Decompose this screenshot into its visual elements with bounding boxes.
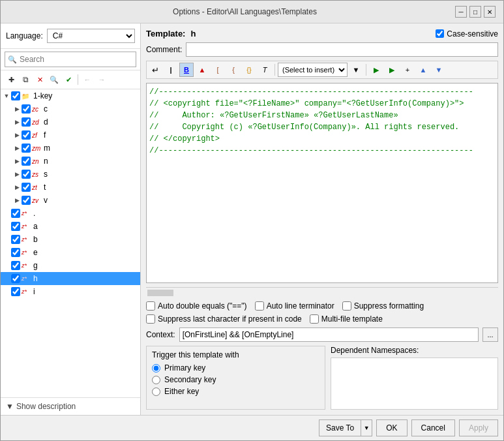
expand-icon-f[interactable]: ▶ <box>12 132 22 138</box>
bold-button[interactable]: B <box>179 63 194 77</box>
expand-icon-1key[interactable]: ▼ <box>2 93 11 99</box>
language-select[interactable]: C# <box>47 29 135 43</box>
primary-key-radio[interactable] <box>152 364 160 373</box>
restore-button[interactable]: □ <box>469 6 481 18</box>
tree-item-b[interactable]: z* b <box>1 233 140 246</box>
case-sensitive-checkbox[interactable] <box>436 29 444 38</box>
arrow-up2-button[interactable]: ▲ <box>416 63 430 77</box>
tree-item-1key[interactable]: ▼ 📁 1-key <box>1 89 140 102</box>
close-button[interactable]: ✕ <box>484 6 496 18</box>
auto-double-equals-checkbox[interactable] <box>146 301 155 311</box>
expand-icon-n[interactable]: ▶ <box>12 158 22 164</box>
expand-icon-d[interactable]: ▶ <box>12 119 22 125</box>
tree-item-i[interactable]: z* i <box>1 285 140 298</box>
pipe-button[interactable]: | <box>164 63 178 77</box>
var-button[interactable]: T <box>258 63 272 77</box>
trigger-deps-row: Trigger this template with Primary key S… <box>146 346 498 410</box>
tree-item-a[interactable]: z* a <box>1 220 140 233</box>
expand-icon-m[interactable]: ▶ <box>12 145 22 151</box>
tree-item-e[interactable]: z* e <box>1 246 140 259</box>
bracket-button[interactable]: [ <box>211 63 225 77</box>
apply-button[interactable]: Apply <box>459 419 498 436</box>
save-to-arrow-button[interactable]: ▼ <box>361 419 372 436</box>
secondary-key-radio[interactable] <box>152 376 160 384</box>
checkbox-s[interactable] <box>22 170 31 179</box>
checkbox-dot[interactable] <box>11 209 20 218</box>
checkbox-a[interactable] <box>11 222 20 231</box>
tree-item-g[interactable]: z* g <box>1 259 140 272</box>
checkbox-g[interactable] <box>11 261 20 270</box>
checkbox-i[interactable] <box>11 287 20 296</box>
tree-item-f[interactable]: ▶ zf f <box>1 129 140 142</box>
checkbox-m[interactable] <box>22 144 31 153</box>
suppress-formatting-checkbox[interactable] <box>342 301 351 311</box>
deps-box[interactable] <box>331 357 498 410</box>
checkbox-b[interactable] <box>11 235 20 244</box>
tree-item-d[interactable]: ▶ zd d <box>1 115 140 129</box>
either-key-radio[interactable] <box>152 388 160 396</box>
label-t: t <box>44 183 46 192</box>
multi-file-checkbox[interactable] <box>310 314 319 324</box>
auto-line-terminator-checkbox[interactable] <box>255 301 264 311</box>
indent-button[interactable]: ↵ <box>148 63 162 77</box>
checkbox-1key[interactable] <box>11 91 20 100</box>
label-g: g <box>33 261 38 270</box>
template-icon-g: z* <box>22 261 32 270</box>
ok-button[interactable]: OK <box>376 419 407 436</box>
tree-item-m[interactable]: ▶ zm m <box>1 142 140 155</box>
forward-button[interactable]: → <box>95 73 108 86</box>
tree-item-h[interactable]: z* h <box>1 272 140 285</box>
tree-item-v[interactable]: ▶ zv v <box>1 194 140 207</box>
tree-item-c[interactable]: ▶ zc c <box>1 102 140 115</box>
template-icon-d: zd <box>32 117 42 127</box>
checkbox-h[interactable] <box>11 274 20 283</box>
template-label: Template: <box>146 29 185 38</box>
tree-item-t[interactable]: ▶ zt t <box>1 181 140 194</box>
find-button[interactable]: 🔍 <box>48 73 61 86</box>
minimize-button[interactable]: ─ <box>455 6 467 18</box>
expand-icon-c[interactable]: ▶ <box>12 106 22 112</box>
expand-icon-v[interactable]: ▶ <box>12 197 22 204</box>
bracket2-button[interactable]: { <box>226 63 241 77</box>
play-green-button[interactable]: ▶ <box>369 63 383 77</box>
plus-button[interactable]: + <box>400 63 415 77</box>
up-button[interactable]: ▲ <box>195 63 209 77</box>
template-icon-dot: z* <box>22 209 32 218</box>
title-bar: Options - Editor\All Languages\Templates… <box>1 1 503 23</box>
code-scrollbar-h[interactable] <box>146 287 498 297</box>
checkbox-f[interactable] <box>22 130 31 140</box>
auto-double-equals-label: Auto double equals ("==") <box>158 301 247 311</box>
back-button[interactable]: ← <box>81 73 94 86</box>
checkbox-t[interactable] <box>22 183 31 192</box>
checkbox-c[interactable] <box>22 104 31 114</box>
search-input[interactable] <box>20 55 133 64</box>
code-area[interactable]: //--------------------------------------… <box>147 84 497 159</box>
label-s: s <box>44 170 48 179</box>
bracket3-button[interactable]: {} <box>242 63 256 77</box>
tree-item-dot[interactable]: z* . <box>1 207 140 220</box>
duplicate-button[interactable]: ⧉ <box>19 73 32 86</box>
checkbox-e[interactable] <box>11 248 20 257</box>
play-green2-button[interactable]: ▶ <box>385 63 399 77</box>
expand-icon-s[interactable]: ▶ <box>12 171 22 177</box>
tree-item-n[interactable]: ▶ zn n <box>1 155 140 168</box>
checkbox-d[interactable] <box>22 117 31 127</box>
arrow-down-button[interactable]: ▼ <box>432 63 446 77</box>
macro-select[interactable]: (Select to insert) <box>278 63 348 77</box>
code-area-wrap[interactable]: //--------------------------------------… <box>146 83 498 283</box>
context-browse-button[interactable]: ... <box>482 327 498 342</box>
expand-icon-t[interactable]: ▶ <box>12 184 22 190</box>
comment-input[interactable] <box>186 42 498 57</box>
checkbox-n[interactable] <box>22 157 31 166</box>
macro-dropdown-btn[interactable]: ▼ <box>349 63 363 77</box>
show-description[interactable]: ▼ Show description <box>1 397 140 415</box>
add-template-button[interactable]: ✚ <box>5 73 18 86</box>
tree-item-s[interactable]: ▶ zs s <box>1 168 140 181</box>
save-to-button[interactable]: Save To <box>319 419 361 436</box>
cancel-button[interactable]: Cancel <box>411 419 455 436</box>
checkbox-v[interactable] <box>22 196 31 205</box>
validate-button[interactable]: ✔ <box>62 73 75 86</box>
trigger-title: Trigger this template with <box>152 350 319 359</box>
suppress-last-char-checkbox[interactable] <box>146 314 155 324</box>
delete-button[interactable]: ✕ <box>33 73 46 86</box>
